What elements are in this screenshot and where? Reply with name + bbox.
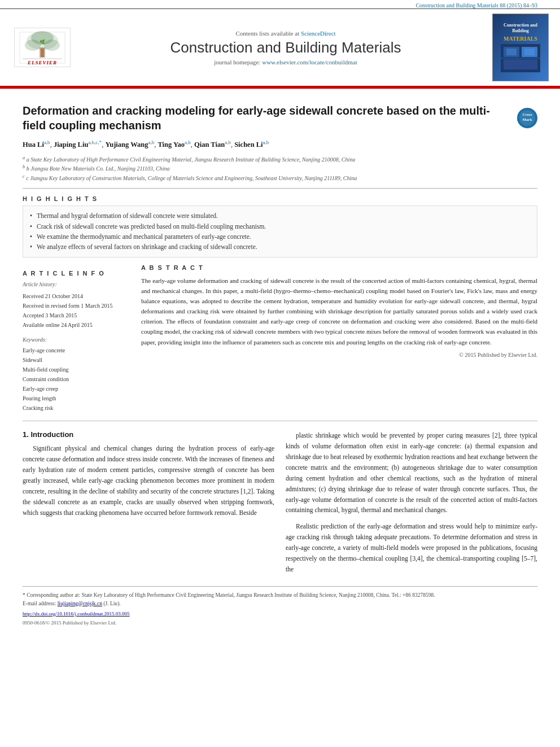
- article-dates: Received 21 October 2014 Received in rev…: [23, 291, 130, 330]
- intro-paragraph-3: Realistic prediction of the early-age de…: [286, 521, 537, 575]
- highlight-item-2: Crack risk of sidewall concrete was pred…: [30, 221, 530, 231]
- abstract-column: A B S T R A C T The early-age volume def…: [141, 264, 537, 413]
- journal-header-right: Construction and Building MATERIALS: [492, 14, 554, 81]
- homepage-url[interactable]: www.elsevier.com/locate/conbuildmat: [262, 59, 357, 65]
- keyword-5: Early-age creep: [23, 384, 130, 394]
- svg-text:ELSEVIER: ELSEVIER: [27, 60, 57, 65]
- intro-title: 1. Introduction: [23, 430, 274, 439]
- article-title: Deformation and cracking modeling for ea…: [23, 103, 537, 133]
- email-label: E-mail address:: [23, 601, 56, 606]
- intro-paragraph-2: plastic shrinkage which would be prevent…: [286, 430, 537, 516]
- keyword-6: Pouring length: [23, 394, 130, 403]
- elsevier-tree-svg: 🌿 ELSEVIER: [17, 29, 68, 66]
- keyword-7: Cracking risk: [23, 403, 130, 413]
- highlights-section: H I G H L I G H T S Thermal and hygral d…: [23, 195, 537, 257]
- journal-title: Construction and Building Materials: [85, 39, 487, 56]
- accepted-date: Accepted 3 March 2015: [23, 311, 130, 320]
- journal-header-center: Contents lists available at ScienceDirec…: [85, 30, 487, 65]
- author-qian-tian: Qian Tian: [194, 141, 225, 148]
- introduction-two-col: 1. Introduction Significant physical and…: [23, 430, 537, 575]
- sciencedirect-link[interactable]: ScienceDirect: [301, 30, 336, 37]
- article-reference: Construction and Building Materials 88 (…: [0, 0, 560, 8]
- footer-doi: http://dx.doi.org/10.1016/j.conbuildmat.…: [23, 610, 537, 618]
- article-info-abstract-section: A R T I C L E I N F O Article history: R…: [23, 264, 537, 413]
- crossmark-icon: Cross Mark: [517, 108, 537, 128]
- keyword-2: Sidewall: [23, 355, 130, 365]
- keyword-4: Constraint condition: [23, 374, 130, 384]
- keywords-list: Early-age concrete Sidewall Multi-field …: [23, 346, 130, 413]
- highlight-item-3: We examine the thermodynamic and mechani…: [30, 231, 530, 242]
- page: Construction and Building Materials 88 (…: [0, 0, 560, 747]
- article-info-content: Article history: Received 21 October 201…: [23, 280, 130, 413]
- available-online-date: Available online 24 April 2015: [23, 320, 130, 330]
- title-area: Cross Mark Deformation and cracking mode…: [23, 103, 537, 133]
- doi-link[interactable]: http://dx.doi.org/10.1016/j.conbuildmat.…: [23, 611, 130, 617]
- highlight-item-4: We analyze effects of several factors on…: [30, 242, 530, 252]
- received-date: Received 21 October 2014: [23, 291, 130, 301]
- crossmark-svg: Cross Mark: [517, 108, 537, 128]
- email-note: E-mail address: liujiaping@cnjsjk.cn (J.…: [23, 600, 537, 608]
- affiliation-c: c c Jiangsu Key Laboratory of Constructi…: [23, 173, 537, 182]
- affiliations: a a State Key Laboratory of High Perform…: [23, 155, 537, 189]
- cover-art-svg: [501, 44, 540, 72]
- svg-rect-15: [506, 49, 517, 55]
- history-label: Article history:: [23, 280, 130, 289]
- journal-cover-image: Construction and Building MATERIALS: [492, 14, 549, 81]
- cover-title-text: Construction and Building: [496, 23, 545, 34]
- highlights-box: Thermal and hygral deformation of sidewa…: [23, 206, 537, 257]
- author-sichen-li: Sichen Li: [234, 141, 262, 148]
- intro-col-left: 1. Introduction Significant physical and…: [23, 430, 274, 575]
- intro-col-right: plastic shrinkage which would be prevent…: [286, 430, 537, 575]
- received-revised-date: Received in revised form 1 March 2015: [23, 301, 130, 311]
- keywords-label: Keywords:: [23, 335, 130, 344]
- abstract-text: The early-age volume deformation and cra…: [141, 276, 537, 347]
- intro-paragraph-1: Significant physical and chemical change…: [23, 443, 274, 518]
- authors-line: Hua Lia,b, Jiaping Liua,b,c,*, Yujiang W…: [23, 138, 537, 150]
- svg-rect-16: [524, 49, 535, 55]
- author-ting-yao: Ting Yao: [158, 141, 185, 148]
- elsevier-logo-image: 🌿 ELSEVIER: [14, 28, 71, 67]
- abstract-header: A B S T R A C T: [141, 264, 537, 271]
- article-info-column: A R T I C L E I N F O Article history: R…: [23, 264, 130, 413]
- keyword-1: Early-age concrete: [23, 346, 130, 355]
- affiliation-b: b b Jiangsu Bote New Materials Co. Ltd.,…: [23, 164, 537, 173]
- article-info-header: A R T I C L E I N F O: [23, 270, 130, 277]
- corresponding-author-note: * Corresponding author at: State Key Lab…: [23, 591, 537, 599]
- science-direct-line: Contents lists available at ScienceDirec…: [85, 30, 487, 37]
- cover-materials-text: MATERIALS: [504, 36, 537, 42]
- section-divider: [23, 421, 537, 421]
- journal-homepage: journal homepage: www.elsevier.com/locat…: [85, 59, 487, 65]
- elsevier-logo: 🌿 ELSEVIER: [6, 28, 79, 67]
- article-ref-text: Construction and Building Materials 88 (…: [415, 2, 537, 8]
- journal-header-left: 🌿 ELSEVIER: [6, 28, 79, 67]
- journal-header: 🌿 ELSEVIER Contents lists available at: [0, 8, 560, 87]
- email-link[interactable]: liujiaping@cnjsjk.cn: [58, 601, 102, 606]
- author-yujiang-wang: Yujiang Wang: [105, 141, 148, 148]
- homepage-label: journal homepage:: [214, 59, 260, 65]
- footer-issn: 0950-0618/© 2015 Published by Elsevier L…: [23, 619, 537, 627]
- svg-text:Cross: Cross: [523, 112, 532, 117]
- footer-area: * Corresponding author at: State Key Lab…: [23, 586, 537, 627]
- copyright-line: © 2015 Published by Elsevier Ltd.: [141, 352, 537, 358]
- highlights-header: H I G H L I G H T S: [23, 195, 537, 202]
- main-content: Cross Mark Deformation and cracking mode…: [0, 89, 560, 633]
- svg-text:Mark: Mark: [522, 117, 532, 122]
- author-jiaping-liu: Jiaping Liu: [54, 141, 89, 148]
- svg-rect-7: [41, 49, 44, 57]
- highlight-item-1: Thermal and hygral deformation of sidewa…: [30, 211, 530, 221]
- author-hua-li: Hua Li: [23, 141, 44, 148]
- affiliation-a: a a State Key Laboratory of High Perform…: [23, 155, 537, 164]
- introduction-section: 1. Introduction Significant physical and…: [23, 430, 537, 575]
- svg-rect-13: [504, 59, 537, 69]
- crossmark-area: Cross Mark: [517, 108, 537, 128]
- svg-point-6: [31, 31, 54, 45]
- keyword-3: Multi-field coupling: [23, 365, 130, 374]
- contents-available-text: Contents lists available at: [235, 30, 299, 37]
